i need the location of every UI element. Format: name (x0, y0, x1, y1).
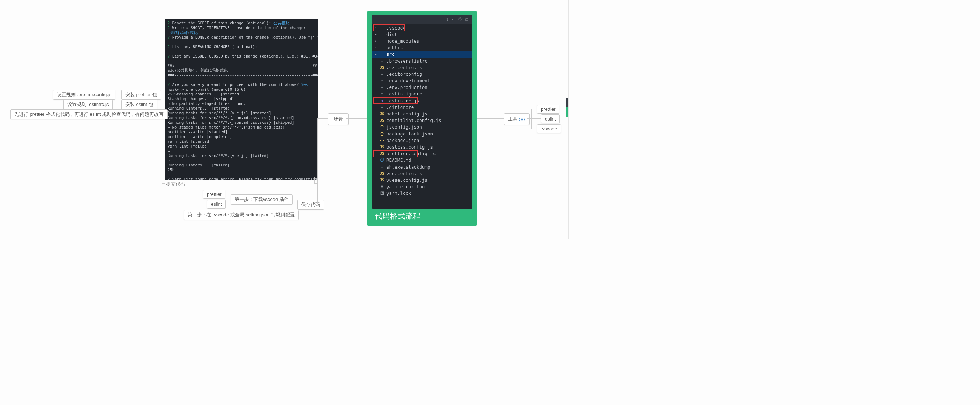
connector (346, 118, 368, 119)
explorer-row[interactable]: ▸dist (372, 31, 473, 38)
explorer-row[interactable]: ▸node_modules (372, 38, 473, 44)
connector (292, 204, 297, 204)
file-name: .vscode (387, 25, 406, 30)
explorer-row[interactable]: ▸.vscode (372, 24, 473, 31)
node-flow-desc: 先进行 prettier 格式化代码，再进行 eslint 规则检查代码，有问题… (10, 109, 167, 120)
js-icon: JS (379, 118, 385, 123)
t: List any BREAKING CHANGES (optional): (172, 45, 258, 49)
terminal-screenshot: ? Denote the SCOPE of this change (optio… (165, 19, 318, 180)
chevron-right-icon: ▸ (375, 32, 379, 36)
explorer-row[interactable]: ✶.gitignore (372, 104, 473, 110)
cfg-icon: ✶ (379, 72, 385, 77)
t: 测试代码格式化 (167, 30, 198, 35)
file-explorer: ⇪ ▭ ⟳ ☐ ▸.vscode▸dist▸node_modules▸publi… (372, 15, 473, 209)
node-tool-prettier: prettier (537, 105, 559, 114)
file-name: babel.config.js (387, 111, 428, 116)
explorer-row[interactable]: JSvuese.config.js (372, 177, 473, 183)
node-tool-eslint: eslint (541, 114, 560, 123)
explorer-row[interactable]: ⚿yarn.lock (372, 190, 473, 197)
file-name: commitlint.config.js (387, 118, 441, 123)
explorer-row[interactable]: ≡yarn-error.log (372, 183, 473, 190)
explorer-row[interactable]: ✶.editorconfig (372, 71, 473, 77)
file-name: .eslintignore (387, 91, 422, 97)
chevron-right-icon: ▸ (375, 26, 379, 30)
node-tools-label: 工具 (508, 116, 517, 122)
chevron-right-icon: ▸ (375, 39, 379, 43)
side-tabs (566, 98, 568, 117)
t: add(公共模块): 测试代码格式化 (167, 68, 228, 72)
brace-icon: {} (379, 138, 385, 143)
chevron-right-icon: ▸ (375, 46, 379, 49)
connector (286, 214, 292, 215)
file-name: README.md (387, 157, 411, 163)
connector (531, 109, 537, 109)
commit-code-label: 提交代码 (166, 181, 185, 188)
refresh-icon[interactable]: ⟳ (458, 17, 463, 22)
cfg-icon: ✶ (379, 85, 385, 89)
explorer-row[interactable]: ✶.env.production (372, 84, 473, 91)
node-prettier-rule: 设置规则 .prettier.config.js (53, 89, 115, 100)
explorer-row[interactable]: JSprettier.config.js (372, 150, 473, 157)
txt-icon: ≡ (379, 164, 385, 169)
explorer-row[interactable]: ✶.env.development (372, 78, 473, 84)
t: husky > pre-commit (node v10.16.0) 25lSt… (167, 87, 318, 180)
brace-icon: {} (379, 124, 385, 129)
file-name: vue.config.js (387, 171, 422, 176)
txt-icon: ≡ (379, 59, 385, 63)
file-name: sh.exe.stackdump (387, 164, 430, 170)
node-install-eslint: 安装 eslint 包 (121, 99, 158, 110)
green-card-title: 代码格式流程 (375, 211, 421, 221)
explorer-row[interactable]: JS.cz-config.js (372, 64, 473, 71)
js-icon: JS (379, 171, 385, 176)
t: 公共模块 (274, 21, 290, 25)
explorer-row[interactable]: {}package.json (372, 137, 473, 144)
explorer-row[interactable]: ≡sh.exe.stackdump (372, 164, 473, 170)
explorer-row[interactable]: ◑.eslintrc.js (372, 97, 473, 104)
explorer-row[interactable]: JSvue.config.js (372, 170, 473, 177)
node-tool-vscode: .vscode (537, 124, 561, 133)
explorer-row[interactable]: JSbabel.config.js (372, 110, 473, 117)
connector (286, 199, 292, 199)
node-eslint-rule: 设置规则 .eslintrc.js (64, 99, 113, 110)
collapse-icon[interactable]: ☐ (465, 17, 469, 22)
explorer-row[interactable]: {}jsconfig.json (372, 124, 473, 131)
link-icon (519, 117, 525, 122)
file-name: node_modules (387, 38, 419, 44)
file-name: yarn-error.log (387, 184, 425, 190)
explorer-row[interactable]: {}package-lock.json (372, 131, 473, 137)
explorer-row[interactable]: JSpostcss.config.js (372, 144, 473, 150)
connector (314, 177, 315, 183)
chevron-right-icon: ▸ (375, 53, 379, 56)
js-icon: JS (379, 112, 385, 116)
connector (531, 118, 541, 119)
explorer-row[interactable]: ▸src (372, 51, 473, 57)
explorer-row[interactable]: ✶.eslintignore (372, 91, 473, 97)
t: Yes (301, 82, 308, 87)
file-name: dist (387, 32, 397, 37)
explorer-row[interactable]: ⓘREADME.md (372, 157, 473, 164)
explorer-row[interactable]: JScommitlint.config.js (372, 117, 473, 124)
connector (223, 194, 226, 195)
explorer-toolbar: ⇪ ▭ ⟳ ☐ (372, 15, 473, 24)
js-icon: JS (379, 65, 385, 70)
node-step1: 第一步：下载vscode 插件 (231, 195, 293, 205)
file-name: yarn.lock (387, 190, 411, 196)
js-icon: JS (379, 178, 385, 182)
file-name: .env.production (387, 85, 428, 90)
t: ###-------------------------------------… (167, 73, 318, 77)
connector (158, 94, 162, 94)
new-file-icon[interactable]: ⇪ (445, 17, 450, 22)
cfg-icon: ✶ (379, 91, 385, 96)
file-name: prettier.config.js (387, 151, 436, 156)
connector (115, 104, 121, 104)
file-name: .browserslistrc (387, 58, 428, 64)
explorer-row[interactable]: ≡.browserslistrc (372, 57, 473, 64)
file-name: .gitignore (387, 105, 414, 110)
file-name: jsconfig.json (387, 124, 422, 130)
new-folder-icon[interactable]: ▭ (451, 17, 456, 22)
node-scene: 场景 (328, 113, 348, 125)
explorer-row[interactable]: ▸public (372, 45, 473, 51)
connector (292, 199, 292, 214)
txt-icon: ≡ (379, 184, 385, 189)
t: Write a SHORT, IMPERATIVE tense descript… (172, 26, 306, 30)
